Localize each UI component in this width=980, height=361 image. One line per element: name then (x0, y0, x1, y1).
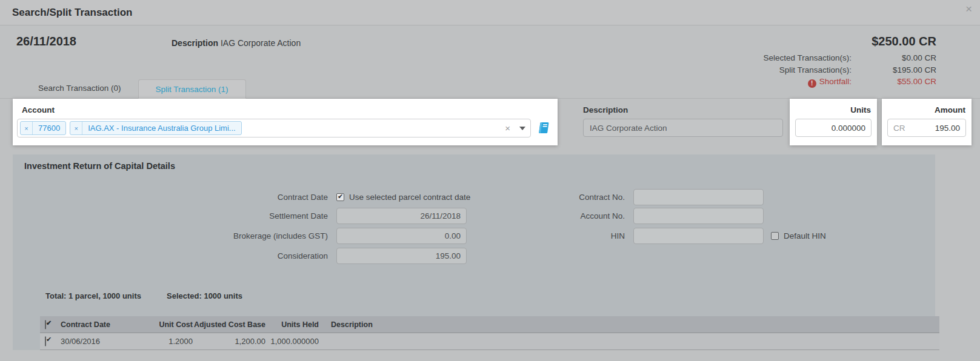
select-all-checkbox[interactable] (45, 320, 46, 330)
account-label: Account (22, 105, 55, 114)
contract-no-row: Contract No. (473, 189, 764, 205)
contract-no-input[interactable] (633, 189, 764, 205)
contract-no-label: Contract No. (473, 193, 633, 202)
return-of-capital-section: Investment Return of Capital Details Con… (13, 154, 935, 350)
close-icon[interactable]: × (965, 3, 972, 15)
cell-unit-cost: 1.2000 (139, 337, 193, 346)
parcel-table: Contract Date Unit Cost Adjusted Cost Ba… (40, 316, 939, 350)
header-unit-cost: Unit Cost (139, 320, 193, 329)
account-tag-code: × 77600 (20, 121, 66, 135)
brokerage-row: Brokerage (includes GST) (13, 228, 467, 244)
consideration-input (336, 248, 467, 264)
use-parcel-contract-date-checkbox[interactable] (336, 193, 344, 201)
selected-transactions-value: $0.00 CR (852, 52, 936, 64)
contract-date-label: Contract Date (13, 193, 336, 202)
brokerage-input (336, 228, 467, 244)
units-panel: Units (790, 99, 877, 145)
brokerage-label: Brokerage (includes GST) (13, 231, 336, 240)
amount-input[interactable]: CR 195.00 (887, 119, 966, 137)
remove-tag-icon[interactable]: × (21, 122, 33, 134)
amount-label: Amount (935, 105, 965, 114)
tab-search-transaction[interactable]: Search Transaction (0) (21, 79, 138, 98)
split-transaction-dialog: Search/Split Transaction × 26/11/2018 De… (0, 0, 980, 361)
selected-transactions-label: Selected Transaction(s): (763, 52, 852, 64)
transaction-date: 26/11/2018 (16, 35, 76, 48)
account-no-input[interactable] (633, 208, 764, 224)
section-heading: Investment Return of Capital Details (24, 161, 175, 171)
chart-of-accounts-book-icon[interactable] (537, 121, 552, 135)
units-input[interactable] (795, 119, 872, 137)
settlement-date-input (336, 208, 467, 224)
contract-date-row: Contract Date Use selected parcel contra… (13, 189, 470, 205)
hin-row: HIN Default HIN (473, 228, 826, 244)
header-cell-select (40, 320, 61, 329)
chevron-down-icon[interactable] (519, 127, 525, 130)
row-cell-select (40, 337, 61, 346)
account-no-row: Account No. (473, 208, 764, 224)
parcel-row: 30/06/2016 1.2000 1,200.00 1,000.000000 (40, 333, 939, 350)
description-value: IAG Corporate Action (221, 38, 301, 48)
header-contract-date: Contract Date (61, 320, 139, 329)
dialog-titlebar: Search/Split Transaction × (0, 0, 980, 25)
default-hin-text: Default HIN (784, 231, 826, 240)
clear-selection-icon[interactable]: × (499, 123, 516, 133)
default-hin-checkbox[interactable] (771, 232, 779, 240)
use-parcel-contract-date-text: Use selected parcel contract date (349, 193, 470, 202)
hin-label: HIN (473, 231, 633, 240)
split-transactions-row: Split Transaction(s): $195.00 CR (763, 64, 936, 76)
consideration-label: Consideration (13, 251, 336, 260)
tab-bar: Search Transaction (0) Split Transaction… (0, 79, 980, 99)
account-no-label: Account No. (473, 211, 633, 220)
transaction-total-amount: $250.00 CR (872, 35, 936, 48)
remove-tag-icon[interactable]: × (70, 122, 82, 134)
credit-prefix: CR (893, 124, 905, 133)
account-select[interactable]: × 77600 × IAG.AX - Insurance Australia G… (17, 119, 531, 137)
tag-text: IAG.AX - Insurance Australia Group Limi.… (82, 122, 241, 134)
total-parcels-text: Total: 1 parcel, 1000 units (45, 291, 141, 300)
tab-split-transaction[interactable]: Split Transaction (1) (138, 79, 246, 99)
selected-units-text: Selected: 1000 units (167, 291, 242, 300)
settlement-date-label: Settlement Date (13, 211, 336, 220)
tag-text: 77600 (33, 122, 65, 134)
description-label: Description (172, 38, 218, 48)
cell-adjusted-cost-base: 1,200.00 (193, 337, 265, 346)
settlement-date-row: Settlement Date (13, 208, 467, 224)
parcel-totals: Total: 1 parcel, 1000 units Selected: 10… (45, 291, 242, 300)
transaction-description: Description IAG Corporate Action (172, 38, 301, 48)
account-tag-security: × IAG.AX - Insurance Australia Group Lim… (70, 121, 242, 135)
split-transactions-value: $195.00 CR (852, 64, 936, 76)
dialog-title: Search/Split Transaction (12, 0, 132, 25)
header-units-held: Units Held (265, 320, 319, 329)
cell-units-held: 1,000.000000 (265, 337, 319, 346)
cell-contract-date: 30/06/2016 (61, 337, 139, 346)
units-label: Units (850, 105, 871, 114)
hin-input[interactable] (633, 228, 764, 244)
header-adjusted-cost-base: Adjusted Cost Base (193, 320, 265, 329)
parcel-checkbox[interactable] (45, 336, 46, 346)
consideration-row: Consideration (13, 248, 467, 264)
header-description: Description (319, 320, 939, 329)
amount-panel: Amount CR 195.00 (882, 99, 972, 145)
selected-transactions-row: Selected Transaction(s): $0.00 CR (763, 52, 936, 64)
row-description-label: Description (583, 105, 628, 114)
row-description-input (583, 119, 783, 137)
account-panel: Account × 77600 × IAG.AX - Insurance Aus… (13, 99, 558, 145)
split-transactions-label: Split Transaction(s): (779, 64, 852, 76)
amount-value: 195.00 (905, 124, 961, 133)
parcel-table-header: Contract Date Unit Cost Adjusted Cost Ba… (40, 316, 939, 333)
